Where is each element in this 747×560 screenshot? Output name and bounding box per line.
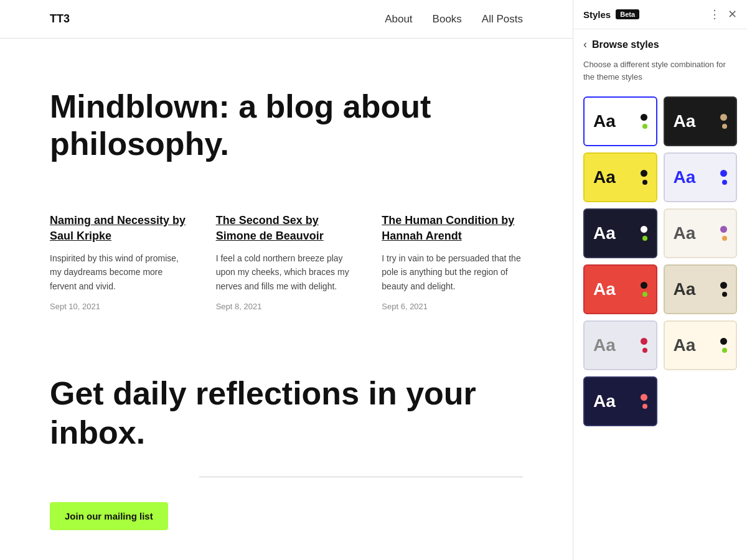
site-header: TT3 About Books All Posts — [0, 0, 573, 39]
post-excerpt-3: I try in vain to be persuaded that the p… — [382, 251, 523, 293]
site-logo: TT3 — [50, 12, 70, 26]
dot-secondary-9 — [642, 348, 647, 353]
style-card-10[interactable]: Aa — [664, 320, 738, 370]
style-dots-2 — [720, 114, 727, 129]
styles-panel: Styles Beta ⋮ ✕ ‹ Browse styles Choose a… — [573, 0, 747, 560]
style-dots-1 — [641, 114, 647, 129]
style-card-2[interactable]: Aa — [664, 96, 738, 146]
post-card-1: Naming and Necessity by Saul Kripke Insp… — [50, 213, 191, 312]
post-date-3: Sept 6, 2021 — [382, 302, 428, 311]
dot-primary-8 — [720, 282, 727, 289]
style-card-3[interactable]: Aa — [583, 152, 657, 202]
dot-secondary-8 — [722, 292, 727, 297]
nav-all-posts[interactable]: All Posts — [482, 13, 523, 26]
dot-primary-2 — [720, 114, 727, 121]
dot-secondary-5 — [642, 236, 647, 241]
style-aa-5: Aa — [593, 223, 616, 243]
main-content: TT3 About Books All Posts Mindblown: a b… — [0, 0, 573, 560]
join-mailing-list-button[interactable]: Join our mailing list — [50, 502, 168, 530]
browse-styles-title: Browse styles — [592, 39, 659, 50]
nav-about[interactable]: About — [385, 13, 412, 26]
style-aa-7: Aa — [593, 279, 616, 299]
style-aa-3: Aa — [593, 167, 616, 187]
style-card-8[interactable]: Aa — [664, 264, 738, 314]
back-button[interactable]: ‹ — [583, 38, 587, 51]
style-aa-2: Aa — [674, 111, 696, 131]
panel-title: Styles — [583, 9, 611, 20]
post-card-3: The Human Condition by Hannah Arendt I t… — [382, 213, 523, 312]
panel-header-actions: ⋮ ✕ — [709, 9, 737, 20]
style-dots-9 — [641, 338, 647, 353]
style-dots-6 — [720, 226, 727, 241]
dot-primary-10 — [720, 338, 727, 345]
cta-title: Get daily reflections in your inbox. — [50, 374, 523, 452]
dot-primary-6 — [720, 226, 727, 233]
panel-description: Choose a different style combination for… — [573, 56, 747, 91]
style-aa-11: Aa — [593, 391, 616, 411]
post-excerpt-2: I feel a cold northern breeze play upon … — [216, 251, 357, 293]
dot-secondary-11 — [642, 404, 647, 409]
dot-primary-7 — [641, 282, 647, 289]
post-excerpt-1: Inspirited by this wind of promise, my d… — [50, 251, 191, 293]
panel-header: Styles Beta ⋮ ✕ — [573, 0, 747, 29]
post-title-2[interactable]: The Second Sex by Simone de Beauvoir — [216, 213, 357, 244]
dot-secondary-4 — [722, 180, 727, 185]
style-dots-8 — [720, 282, 727, 297]
style-aa-4: Aa — [674, 167, 696, 187]
dot-primary-4 — [720, 170, 727, 177]
style-aa-6: Aa — [674, 223, 696, 243]
dot-primary-3 — [641, 170, 647, 177]
style-card-5[interactable]: Aa — [583, 208, 657, 258]
style-dots-11 — [641, 394, 647, 409]
style-aa-1: Aa — [593, 111, 616, 131]
style-dots-7 — [641, 282, 647, 297]
panel-close-button[interactable]: ✕ — [728, 9, 737, 20]
dot-secondary-1 — [642, 124, 647, 129]
cta-section: Get daily reflections in your inbox. Joi… — [0, 349, 573, 560]
style-dots-5 — [641, 226, 647, 241]
style-dots-3 — [641, 170, 647, 185]
style-dots-10 — [720, 338, 727, 353]
style-card-6[interactable]: Aa — [664, 208, 738, 258]
style-dots-4 — [720, 170, 727, 185]
dot-secondary-7 — [642, 292, 647, 297]
posts-grid: Naming and Necessity by Saul Kripke Insp… — [0, 200, 573, 350]
dot-secondary-10 — [722, 348, 727, 353]
dot-primary-9 — [641, 338, 647, 345]
dot-secondary-2 — [722, 124, 727, 129]
dot-secondary-3 — [642, 180, 647, 185]
post-title-1[interactable]: Naming and Necessity by Saul Kripke — [50, 213, 191, 244]
post-date-1: Sept 10, 2021 — [50, 302, 100, 311]
hero-title: Mindblown: a blog about philosophy. — [50, 88, 523, 163]
dot-secondary-6 — [722, 236, 727, 241]
panel-beta-badge: Beta — [616, 9, 639, 19]
style-card-1[interactable]: Aa — [583, 96, 657, 146]
style-card-4[interactable]: Aa — [664, 152, 738, 202]
cta-divider — [199, 477, 523, 477]
dot-primary-5 — [641, 226, 647, 233]
panel-browse-header: ‹ Browse styles — [573, 29, 747, 56]
style-aa-9: Aa — [593, 335, 616, 355]
hero-section: Mindblown: a blog about philosophy. — [0, 39, 573, 200]
nav-books[interactable]: Books — [433, 13, 462, 26]
dot-primary-11 — [641, 394, 647, 401]
panel-title-group: Styles Beta — [583, 9, 639, 20]
style-aa-8: Aa — [674, 279, 696, 299]
style-card-7[interactable]: Aa — [583, 264, 657, 314]
style-aa-10: Aa — [674, 335, 696, 355]
style-card-9[interactable]: Aa — [583, 320, 657, 370]
post-title-3[interactable]: The Human Condition by Hannah Arendt — [382, 213, 523, 244]
styles-grid: AaAaAaAaAaAaAaAaAaAaAa — [573, 91, 747, 439]
site-nav: About Books All Posts — [385, 13, 523, 26]
post-date-2: Sept 8, 2021 — [216, 302, 262, 311]
panel-kebab-button[interactable]: ⋮ — [709, 9, 720, 20]
style-card-11[interactable]: Aa — [583, 376, 657, 426]
post-card-2: The Second Sex by Simone de Beauvoir I f… — [216, 213, 357, 312]
dot-primary-1 — [641, 114, 647, 121]
